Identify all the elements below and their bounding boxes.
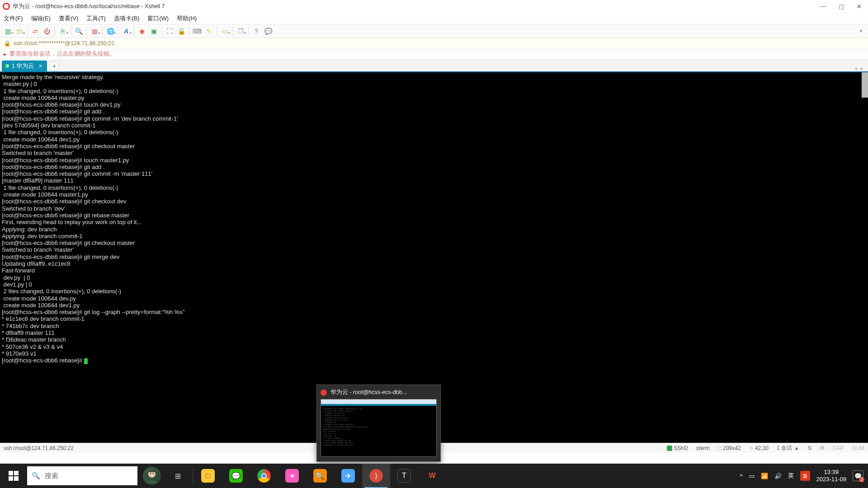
tab-next-icon[interactable]: ▸ bbox=[861, 66, 863, 71]
tray-clock[interactable]: 13:39 2023-11-09 bbox=[816, 469, 847, 483]
taskbar-app-xshell[interactable]: ⟩ bbox=[362, 464, 390, 488]
taskbar-app-wechat[interactable]: 💬 bbox=[222, 464, 250, 488]
close-button[interactable]: ✕ bbox=[857, 3, 862, 10]
menu-edit[interactable]: 编辑(E) bbox=[31, 14, 51, 23]
taskbar-app-everything[interactable]: 🔍 bbox=[306, 464, 334, 488]
tray-battery-icon[interactable]: ▭ bbox=[749, 473, 755, 479]
tab-prev-icon[interactable]: ◂ bbox=[854, 66, 857, 71]
system-tray: ^ ▭ 📶 🔊 英 S 13:39 2023-11-09 💬2 bbox=[735, 469, 868, 483]
window-title: 华为云 - root@hcss-ecs-dbb6:/usr/local/src/… bbox=[13, 3, 165, 10]
reconnect-icon[interactable]: ⇄ bbox=[30, 26, 40, 36]
menu-window[interactable]: 窗口(W) bbox=[147, 14, 169, 23]
toolbar: ▥ 🗀 ⇄ ⏻ ⎘ 🔍 ▦ 🌐 A ◉ ▣ ⛶ 🔒 ⌨ ✎ ▭ ❐ ? 💬 ▾ bbox=[0, 24, 868, 38]
menu-tabs[interactable]: 选项卡(B) bbox=[114, 14, 139, 23]
status-cap: CAP bbox=[833, 445, 844, 451]
status-sessions: 1 会话 ▴ bbox=[777, 444, 799, 452]
tray-ime-brand-icon[interactable]: S bbox=[800, 471, 810, 481]
windows-taskbar: 🔍 搜索 ⊞ 🗀 💬 ✦ 🔍 ✈ ⟩ T W ^ ▭ 📶 🔊 英 S 13:39… bbox=[0, 464, 868, 488]
svg-point-7 bbox=[153, 473, 154, 474]
tray-chevron-icon[interactable]: ^ bbox=[740, 473, 742, 479]
svg-rect-1 bbox=[9, 471, 13, 475]
taskbar-search[interactable]: 🔍 搜索 bbox=[27, 466, 137, 485]
tray-ime-lang[interactable]: 英 bbox=[788, 472, 794, 480]
tray-volume-icon[interactable]: 🔊 bbox=[774, 473, 782, 479]
globe-icon[interactable]: 🌐 bbox=[105, 26, 115, 36]
connection-status-icon bbox=[5, 64, 9, 68]
app-logo-icon bbox=[3, 3, 10, 10]
hint-text: 要添加当前会话，点击左侧的箭头按钮。 bbox=[9, 50, 115, 58]
tab-strip: 1 华为云 ✕ + ◂ ▸ bbox=[0, 60, 868, 72]
status-cursor: ⁘ 42,30 bbox=[749, 445, 769, 451]
disconnect-icon[interactable]: ⏻ bbox=[42, 26, 52, 36]
tray-date: 2023-11-09 bbox=[816, 476, 847, 483]
status-term: xterm bbox=[696, 445, 710, 451]
notif-count: 2 bbox=[859, 477, 864, 482]
status-num: NUM bbox=[852, 445, 864, 451]
search-placeholder: 搜索 bbox=[45, 472, 58, 480]
title-bar: 华为云 - root@hcss-ecs-dbb6:/usr/local/src/… bbox=[0, 0, 868, 13]
taskbar-app-chrome[interactable] bbox=[250, 464, 278, 488]
menu-view[interactable]: 查看(V) bbox=[59, 14, 78, 23]
taskbar-preview[interactable]: 华为云 - root@hcss-ecs-dbb... [root@hcss-ec… bbox=[316, 385, 441, 462]
menu-bar: 文件(F) 编辑(E) 查看(V) 工具(T) 选项卡(B) 窗口(W) 帮助(… bbox=[0, 13, 868, 24]
preview-logo-icon bbox=[321, 389, 327, 396]
preview-title: 华为云 - root@hcss-ecs-dbb... bbox=[330, 389, 407, 396]
tab-close-icon[interactable]: ✕ bbox=[38, 63, 42, 69]
status-sync-icon[interactable]: ⟳ bbox=[820, 445, 825, 451]
status-updown-icon[interactable]: ⇅ bbox=[807, 445, 812, 451]
flag-icon: ▸ bbox=[4, 51, 7, 57]
scrollbar-thumb[interactable] bbox=[862, 72, 868, 98]
xftp-icon[interactable]: ▣ bbox=[149, 26, 159, 36]
open-folder-icon[interactable]: 🗀 bbox=[14, 26, 24, 36]
maximize-button[interactable]: ▢ bbox=[839, 3, 844, 10]
xagent-icon[interactable]: ◉ bbox=[137, 26, 147, 36]
lock-icon[interactable]: 🔒 bbox=[176, 26, 186, 36]
cortana-avatar[interactable] bbox=[143, 467, 161, 485]
toolbar-overflow-icon[interactable]: ▾ bbox=[860, 28, 865, 34]
add-tab-button[interactable]: + bbox=[50, 61, 59, 70]
tray-notifications-icon[interactable]: 💬2 bbox=[853, 470, 863, 481]
search-icon[interactable]: 🔍 bbox=[74, 26, 84, 36]
font-icon[interactable]: A bbox=[121, 26, 131, 36]
tray-wifi-icon[interactable]: 📶 bbox=[761, 473, 768, 479]
grid-icon[interactable]: ▦ bbox=[90, 26, 99, 36]
chat-icon[interactable]: 💬 bbox=[263, 26, 273, 36]
svg-rect-4 bbox=[14, 476, 19, 481]
highlight-icon[interactable]: ✎ bbox=[204, 26, 214, 36]
status-size: ⸬ 209x42 bbox=[718, 445, 741, 451]
tray-time: 13:39 bbox=[824, 469, 839, 476]
help-icon[interactable]: ? bbox=[251, 26, 261, 36]
menu-tools[interactable]: 工具(T) bbox=[86, 14, 106, 23]
new-session-icon[interactable]: ▥ bbox=[3, 26, 13, 36]
address-bar: 🔒 ssh://root:************@124.71.86.250:… bbox=[0, 38, 868, 49]
svg-rect-0 bbox=[667, 446, 672, 451]
session-tab[interactable]: 1 华为云 ✕ bbox=[2, 61, 47, 71]
status-protocol: SSH2 bbox=[667, 445, 688, 451]
task-view-button[interactable]: ⊞ bbox=[164, 464, 192, 488]
svg-rect-2 bbox=[14, 471, 19, 475]
hint-bar: ▸ 要添加当前会话，点击左侧的箭头按钮。 bbox=[0, 49, 868, 60]
taskbar-app-typora[interactable]: T bbox=[390, 464, 418, 488]
preview-thumbnail[interactable]: [root@hcss-ecs-dbb6 rebase]# git log * e… bbox=[321, 399, 437, 457]
tab-label: 1 华为云 bbox=[12, 62, 34, 70]
fullscreen-icon[interactable]: ⛶ bbox=[165, 26, 175, 36]
keyboard-icon[interactable]: ⌨ bbox=[192, 26, 202, 36]
status-connection: ssh://root@124.71.86.250:22 bbox=[4, 445, 74, 451]
taskbar-app-feishu[interactable]: ✈ bbox=[334, 464, 362, 488]
taskbar-app-explorer[interactable]: 🗀 bbox=[194, 464, 222, 488]
lock-small-icon: 🔒 bbox=[4, 40, 11, 47]
start-button[interactable] bbox=[0, 464, 27, 488]
taskbar-app-wps[interactable]: W bbox=[418, 464, 446, 488]
cascade-icon[interactable]: ❐ bbox=[236, 26, 245, 36]
svg-rect-3 bbox=[9, 476, 13, 481]
layout-icon[interactable]: ▭ bbox=[220, 26, 230, 36]
minimize-button[interactable]: — bbox=[821, 3, 826, 10]
terminal-output: Merge made by the 'recursive' strategy. … bbox=[2, 74, 184, 364]
search-icon: 🔍 bbox=[32, 472, 40, 480]
address-text[interactable]: ssh://root:************@124.71.86.250:22 bbox=[14, 40, 114, 47]
taskbar-app-pink[interactable]: ✦ bbox=[278, 464, 306, 488]
menu-help[interactable]: 帮助(H) bbox=[177, 14, 197, 23]
menu-file[interactable]: 文件(F) bbox=[4, 14, 23, 23]
copy-icon[interactable]: ⎘ bbox=[58, 26, 68, 36]
terminal-cursor bbox=[84, 358, 88, 364]
